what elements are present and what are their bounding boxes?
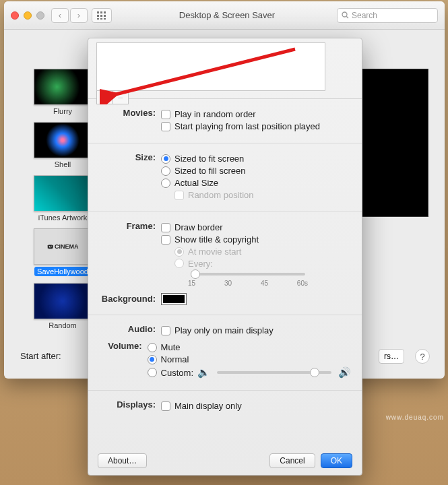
at-movie-start-label: At movie start [188, 247, 241, 257]
svg-rect-4 [100, 15, 102, 17]
main-display-label: Main display only [174, 401, 242, 411]
audio-label: Audio: [99, 323, 161, 334]
saver-thumb [34, 69, 92, 105]
show-all-button[interactable] [92, 8, 112, 23]
svg-rect-1 [100, 11, 102, 13]
svg-rect-6 [97, 18, 99, 20]
saver-thumb [34, 283, 92, 319]
svg-rect-5 [104, 15, 106, 17]
size-label: Size: [99, 152, 161, 162]
random-order-checkbox[interactable] [161, 110, 170, 119]
saver-label: Random [49, 321, 77, 329]
size-actual-radio[interactable] [161, 179, 170, 188]
titlebar: ‹ › Desktop & Screen Saver Search [4, 1, 445, 30]
about-button[interactable]: About… [98, 453, 147, 468]
forward-button[interactable]: › [70, 8, 88, 23]
saver-thumb: 🎟 CINEMA [34, 228, 92, 265]
window-controls [11, 11, 44, 20]
displays-label: Displays: [99, 399, 161, 410]
saver-label: Shell [55, 160, 71, 168]
at-movie-start-radio [174, 247, 184, 257]
audio-main-checkbox[interactable] [161, 326, 170, 335]
preview-pane [354, 69, 428, 217]
svg-point-9 [342, 12, 347, 17]
grid-icon [97, 11, 106, 20]
watermark: www.deuaq.com [386, 414, 444, 421]
audio-main-label: Play only on main display [174, 325, 274, 335]
movies-label: Movies: [99, 107, 161, 118]
remove-button[interactable]: − [113, 91, 129, 104]
minus-icon: − [117, 92, 123, 103]
volume-normal-label: Normal [161, 354, 189, 364]
main-display-checkbox[interactable] [161, 401, 170, 411]
volume-custom-label: Custom: [161, 368, 193, 378]
svg-rect-3 [97, 15, 99, 17]
volume-mute-label: Mute [161, 342, 181, 352]
saver-label: iTunes Artwork [38, 214, 87, 222]
show-title-label: Show title & copyright [174, 234, 259, 245]
zoom-icon[interactable] [36, 11, 44, 20]
speaker-low-icon: 🔈 [197, 366, 210, 379]
size-fit-radio[interactable] [161, 154, 170, 164]
draw-border-checkbox[interactable] [161, 223, 170, 232]
saver-label: SaveHollywood [34, 267, 91, 276]
volume-slider[interactable] [217, 371, 331, 374]
resume-checkbox[interactable] [161, 122, 170, 131]
movies-list-area: + − [88, 38, 362, 99]
size-actual-label: Actual Size [174, 178, 218, 188]
resume-label: Start playing from last position played [174, 121, 320, 131]
back-button[interactable]: ‹ [51, 8, 69, 23]
svg-line-10 [346, 16, 348, 18]
volume-custom-radio[interactable] [148, 368, 157, 377]
speaker-high-icon: 🔊 [338, 366, 351, 379]
volume-normal-radio[interactable] [148, 355, 157, 364]
sheet-footer: About… Cancel OK [88, 453, 362, 468]
ok-button[interactable]: OK [321, 453, 352, 468]
frame-interval-slider [191, 273, 305, 276]
saver-thumb [34, 122, 92, 158]
minimize-icon[interactable] [24, 11, 32, 20]
every-radio [174, 259, 184, 268]
svg-rect-7 [100, 18, 102, 20]
hot-corners-button[interactable]: rs… [379, 349, 404, 364]
random-position-label: Random position [188, 190, 254, 200]
frame-label: Frame: [99, 220, 161, 231]
volume-mute-radio[interactable] [148, 343, 157, 352]
options-sheet: + − Movies: Play in random order Start p… [88, 38, 362, 476]
show-title-checkbox[interactable] [161, 235, 170, 245]
search-input[interactable]: Search [337, 8, 438, 23]
saver-label: Flurry [53, 107, 72, 115]
size-fill-radio[interactable] [161, 166, 170, 176]
volume-label: Volume: [99, 340, 148, 351]
add-button[interactable]: + [96, 91, 113, 104]
saver-thumb [34, 175, 92, 212]
svg-rect-8 [104, 18, 106, 20]
size-fill-label: Sized to fill screen [174, 166, 246, 176]
search-icon [342, 11, 349, 19]
draw-border-label: Draw border [174, 222, 223, 232]
start-after-label: Start after: [20, 351, 61, 361]
background-label: Background: [99, 293, 161, 304]
frame-ticks: 15 30 45 60s [188, 280, 308, 287]
movies-listbox[interactable] [96, 42, 325, 91]
help-button[interactable]: ? [415, 349, 430, 364]
window-title: Desktop & Screen Saver [117, 10, 337, 20]
svg-rect-0 [97, 11, 99, 13]
random-order-label: Play in random order [174, 109, 256, 119]
plus-icon: + [102, 92, 107, 103]
size-fit-label: Sized to fit screen [174, 154, 244, 164]
search-placeholder: Search [352, 11, 377, 20]
close-icon[interactable] [11, 11, 19, 20]
every-label: Every: [188, 259, 213, 269]
background-color-well[interactable] [161, 293, 187, 305]
svg-rect-2 [104, 11, 106, 13]
cancel-button[interactable]: Cancel [269, 453, 315, 468]
random-position-checkbox [174, 191, 184, 200]
